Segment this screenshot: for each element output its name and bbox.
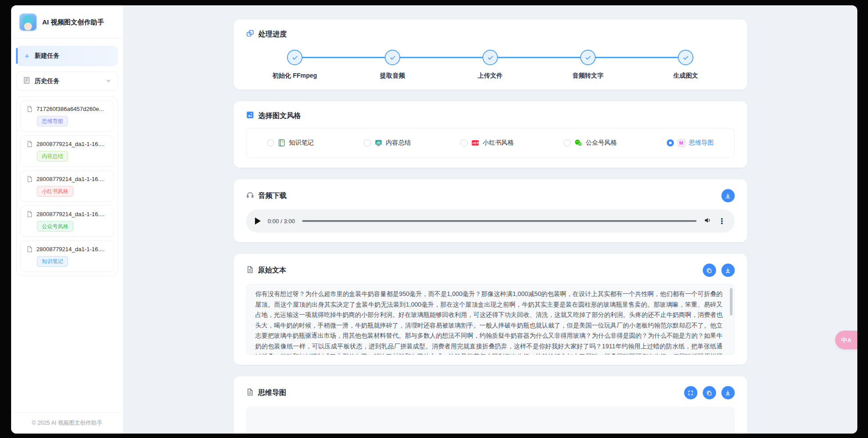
style-options-group: 知识笔记 内容总结 小红书 小红书风格 xyxy=(246,128,735,158)
step-generate-article: 生成图文 xyxy=(637,50,735,80)
task-name: 28008779214_da1-1-16.... xyxy=(36,211,104,217)
step-check-icon xyxy=(385,50,400,65)
history-tasks-header[interactable]: 历史任务 xyxy=(16,71,118,91)
sidebar-header: AI 视频图文创作助手 xyxy=(11,5,123,39)
mindmap-canvas[interactable]: 运输成本高 xyxy=(246,406,735,434)
play-icon[interactable] xyxy=(255,217,261,225)
chevron-down-icon xyxy=(106,77,111,85)
volume-icon[interactable] xyxy=(704,217,711,226)
history-tasks-label: 历史任务 xyxy=(35,77,60,85)
task-item[interactable]: 28008779214_da1-1-16.... 小红书风格 xyxy=(20,170,114,202)
scrollbar-thumb[interactable] xyxy=(730,288,733,316)
document-icon xyxy=(246,388,254,398)
mindmap-card: 思维导图 运输成本高 xyxy=(234,376,747,434)
style-option-content-summary[interactable]: 内容总结 xyxy=(364,139,411,147)
original-text-box[interactable]: 你有没有想过呀？为什么超市里的盒装牛奶容量都是950毫升，而不是1,000毫升？… xyxy=(246,284,735,355)
fullscreen-button[interactable] xyxy=(684,386,697,399)
app-title: AI 视频图文创作助手 xyxy=(42,18,104,27)
step-extract-audio: 提取音频 xyxy=(344,50,442,80)
audio-seek-bar[interactable] xyxy=(302,220,697,222)
task-item[interactable]: 28008779214_da1-1-16.... 内容总结 xyxy=(20,135,114,167)
file-icon xyxy=(26,141,33,147)
sidebar: AI 视频图文创作助手 + 新建任务 历史任务 717260f386a6457d… xyxy=(11,5,123,434)
monitor-chart-icon xyxy=(374,139,382,147)
document-icon xyxy=(246,266,254,275)
style-option-xiaohongshu[interactable]: 小红书 小红书风格 xyxy=(461,139,514,147)
audio-time: 0:00 / 3:00 xyxy=(268,218,295,225)
translate-button[interactable]: 中A xyxy=(835,331,857,349)
task-name: 717260f386a6457d260e... xyxy=(36,106,104,112)
radio-unchecked[interactable] xyxy=(564,139,571,146)
style-option-wechat-official[interactable]: 公众号风格 xyxy=(564,139,617,147)
copy-mindmap-button[interactable] xyxy=(703,386,716,399)
step-upload-file: 上传文件 xyxy=(442,50,539,80)
original-text-content: 你有没有想过呀？为什么超市里的盒装牛奶容量都是950毫升，而不是1,000毫升？… xyxy=(255,289,723,355)
step-check-icon xyxy=(482,50,498,65)
file-icon xyxy=(26,176,33,182)
progress-card: 处理进度 初始化 FFmpeg 提取音频 xyxy=(234,20,747,90)
app-window: AI 视频图文创作助手 + 新建任务 历史任务 717260f386a6457d… xyxy=(11,5,857,434)
audio-title: 音频下载 xyxy=(259,191,287,201)
radio-unchecked[interactable] xyxy=(267,139,274,146)
step-init-ffmpeg: 初始化 FFmpeg xyxy=(246,50,344,80)
progress-stepper: 初始化 FFmpeg 提取音频 上传文件 xyxy=(246,50,735,80)
task-item[interactable]: 28008779214_da1-1-16.... 知识笔记 xyxy=(20,241,114,272)
download-text-button[interactable] xyxy=(721,264,735,277)
wechat-icon xyxy=(574,139,582,147)
style-option-mindmap[interactable]: M 思维导图 xyxy=(667,139,714,147)
task-tag: 内容总结 xyxy=(37,151,68,162)
app-logo-avatar xyxy=(19,13,37,31)
download-mindmap-button[interactable] xyxy=(721,386,735,399)
task-name: 28008779214_da1-1-16.... xyxy=(36,246,104,253)
original-text-card: 原始文本 你有没有想过呀？为什么超市里的盒装牛奶容量都是950毫升，而不是1,0… xyxy=(234,254,747,365)
notebook-icon xyxy=(278,139,286,147)
main-content: 处理进度 初始化 FFmpeg 提取音频 xyxy=(123,5,857,434)
style-picker-title: 选择图文风格 xyxy=(259,111,301,121)
radio-unchecked[interactable] xyxy=(461,139,468,146)
task-tag: 知识笔记 xyxy=(37,256,68,267)
plus-icon: + xyxy=(24,52,29,60)
step-check-icon xyxy=(287,50,303,65)
file-icon xyxy=(26,211,33,217)
style-picker-card: 选择图文风格 知识笔记 内容总结 xyxy=(234,101,747,168)
step-check-icon xyxy=(580,50,596,65)
radio-unchecked[interactable] xyxy=(364,139,371,146)
sidebar-footer-copyright: © 2025 AI 视频图文创作助手 xyxy=(11,412,123,434)
mindmap-m-icon: M xyxy=(677,139,685,147)
copy-text-button[interactable] xyxy=(703,264,716,277)
progress-title: 处理进度 xyxy=(259,30,287,39)
audio-menu-icon[interactable]: ⋮ xyxy=(718,217,726,225)
new-task-button[interactable]: + 新建任务 xyxy=(16,46,118,66)
image-icon xyxy=(246,111,254,121)
style-option-knowledge-note[interactable]: 知识笔记 xyxy=(267,139,314,147)
headphones-icon xyxy=(246,191,254,201)
file-icon xyxy=(26,246,33,253)
step-check-icon xyxy=(678,50,693,65)
translate-icon: 中A xyxy=(841,337,852,343)
file-icon xyxy=(26,106,33,112)
audio-player[interactable]: 0:00 / 3:00 ⋮ xyxy=(246,209,735,233)
svg-text:小红书: 小红书 xyxy=(471,142,479,145)
task-item[interactable]: 28008779214_da1-1-16.... 公众号风格 xyxy=(20,205,114,237)
task-tag: 思维导图 xyxy=(37,116,68,126)
task-list: 717260f386a6457d260e... 思维导图 28008779214… xyxy=(16,96,118,276)
original-text-title: 原始文本 xyxy=(258,266,287,275)
audio-download-button[interactable] xyxy=(721,189,735,202)
audio-card: 音频下载 0:00 / 3:00 ⋮ xyxy=(234,179,747,242)
process-steps-icon xyxy=(246,29,254,39)
task-tag: 公众号风格 xyxy=(37,221,73,232)
task-name: 28008779214_da1-1-16.... xyxy=(36,176,104,182)
new-task-label: 新建任务 xyxy=(35,52,60,60)
task-tag: 小红书风格 xyxy=(37,186,73,197)
task-name: 28008779214_da1-1-16.... xyxy=(36,141,104,147)
task-item[interactable]: 717260f386a6457d260e... 思维导图 xyxy=(20,100,114,132)
document-list-icon xyxy=(23,77,30,86)
xiaohongshu-icon: 小红书 xyxy=(471,139,479,147)
radio-checked[interactable] xyxy=(667,139,674,146)
mindmap-title: 思维导图 xyxy=(258,388,287,398)
step-audio-to-text: 音频转文字 xyxy=(539,50,637,80)
